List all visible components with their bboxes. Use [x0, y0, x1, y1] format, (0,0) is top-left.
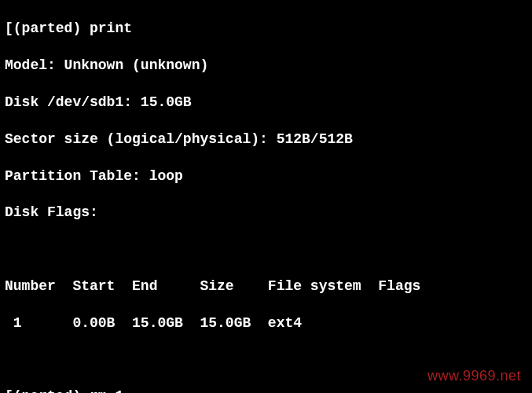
partition-header: Number Start End Size File system Flags	[5, 277, 527, 296]
prompt-line: [(parted) print	[5, 20, 527, 38]
blank-line	[5, 241, 527, 259]
watermark-text: www.9969.net	[427, 367, 521, 385]
sector-line: Sector size (logical/physical): 512B/512…	[5, 130, 527, 149]
disk-line: Disk /dev/sdb1: 15.0GB	[5, 94, 527, 112]
model-line: Model: Unknown (unknown)	[5, 57, 527, 75]
rm-command-line: [(parted) rm 1	[5, 387, 527, 393]
disk-flags-line: Disk Flags:	[5, 204, 527, 222]
terminal-output: [(parted) print Model: Unknown (unknown)…	[0, 0, 532, 393]
partition-row: 1 0.00B 15.0GB 15.0GB ext4	[5, 314, 527, 332]
partition-table-line: Partition Table: loop	[5, 167, 527, 185]
